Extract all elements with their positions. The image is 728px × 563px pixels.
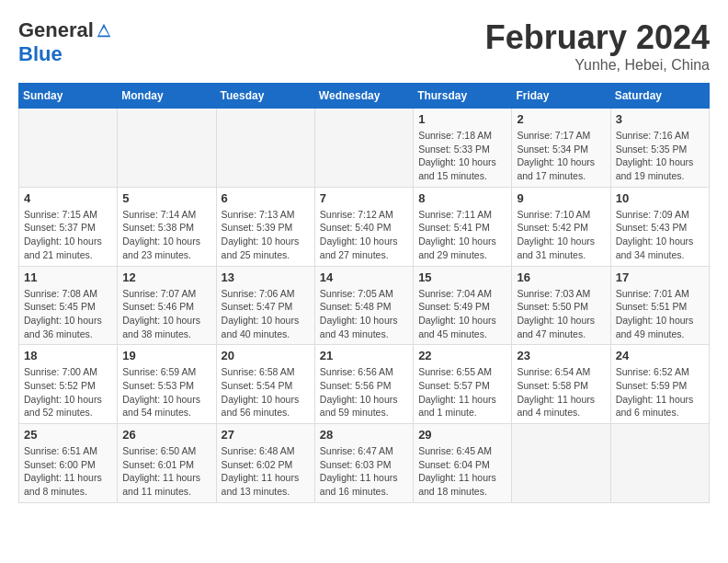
day-info: Sunrise: 6:48 AM Sunset: 6:02 PM Dayligh… [222, 444, 310, 499]
day-number: 1 [418, 112, 506, 126]
day-info: Sunrise: 6:56 AM Sunset: 5:56 PM Dayligh… [320, 365, 408, 419]
day-number: 24 [616, 349, 704, 362]
day-number: 8 [418, 191, 506, 205]
calendar-cell: 17Sunrise: 7:01 AM Sunset: 5:51 PM Dayli… [610, 266, 709, 345]
day-number: 29 [418, 428, 506, 442]
calendar-cell: 23Sunrise: 6:54 AM Sunset: 5:58 PM Dayli… [512, 345, 610, 424]
day-number: 5 [122, 191, 210, 205]
day-info: Sunrise: 6:55 AM Sunset: 5:57 PM Dayligh… [418, 365, 506, 419]
calendar-cell: 13Sunrise: 7:06 AM Sunset: 5:47 PM Dayli… [216, 266, 314, 345]
day-number: 7 [320, 191, 408, 205]
calendar-cell: 28Sunrise: 6:47 AM Sunset: 6:03 PM Dayli… [314, 424, 413, 503]
week-row-5: 25Sunrise: 6:51 AM Sunset: 6:00 PM Dayli… [19, 424, 710, 503]
calendar-cell: 8Sunrise: 7:11 AM Sunset: 5:41 PM Daylig… [414, 187, 512, 266]
calendar-cell [512, 424, 610, 503]
calendar-cell: 19Sunrise: 6:59 AM Sunset: 5:53 PM Dayli… [118, 345, 216, 424]
calendar-cell: 2Sunrise: 7:17 AM Sunset: 5:34 PM Daylig… [512, 109, 610, 188]
day-info: Sunrise: 6:47 AM Sunset: 6:03 PM Dayligh… [320, 444, 408, 499]
calendar-cell: 22Sunrise: 6:55 AM Sunset: 5:57 PM Dayli… [414, 345, 512, 424]
day-info: Sunrise: 7:00 AM Sunset: 5:52 PM Dayligh… [24, 365, 112, 419]
day-info: Sunrise: 7:08 AM Sunset: 5:45 PM Dayligh… [24, 287, 112, 341]
day-info: Sunrise: 6:52 AM Sunset: 5:59 PM Dayligh… [616, 365, 704, 419]
header-friday: Friday [512, 84, 610, 109]
calendar-cell [19, 109, 118, 188]
day-info: Sunrise: 6:58 AM Sunset: 5:54 PM Dayligh… [222, 365, 310, 419]
day-number: 16 [517, 270, 605, 284]
day-number: 14 [320, 270, 408, 284]
day-number: 25 [24, 428, 112, 442]
day-number: 2 [517, 112, 605, 126]
day-number: 19 [122, 349, 210, 362]
day-info: Sunrise: 6:54 AM Sunset: 5:58 PM Dayligh… [517, 365, 605, 419]
day-number: 28 [320, 428, 408, 442]
calendar-cell: 14Sunrise: 7:05 AM Sunset: 5:48 PM Dayli… [314, 266, 413, 345]
day-number: 9 [517, 191, 605, 205]
logo-text: General [18, 18, 112, 42]
header-saturday: Saturday [610, 84, 709, 109]
location: Yunhe, Hebei, China [485, 57, 710, 74]
day-info: Sunrise: 7:15 AM Sunset: 5:37 PM Dayligh… [24, 208, 112, 262]
calendar-cell: 6Sunrise: 7:13 AM Sunset: 5:39 PM Daylig… [216, 187, 314, 266]
day-number: 18 [24, 349, 112, 362]
day-number: 21 [320, 349, 408, 362]
day-info: Sunrise: 7:03 AM Sunset: 5:50 PM Dayligh… [517, 287, 605, 341]
day-number: 4 [24, 191, 112, 205]
day-number: 3 [616, 112, 704, 126]
day-info: Sunrise: 6:59 AM Sunset: 5:53 PM Dayligh… [122, 365, 210, 419]
day-info: Sunrise: 7:06 AM Sunset: 5:47 PM Dayligh… [222, 287, 310, 341]
day-info: Sunrise: 7:18 AM Sunset: 5:33 PM Dayligh… [418, 129, 506, 183]
calendar-cell: 29Sunrise: 6:45 AM Sunset: 6:04 PM Dayli… [414, 424, 512, 503]
day-info: Sunrise: 7:11 AM Sunset: 5:41 PM Dayligh… [418, 208, 506, 262]
day-number: 20 [222, 349, 310, 362]
calendar-cell: 18Sunrise: 7:00 AM Sunset: 5:52 PM Dayli… [19, 345, 118, 424]
logo-blue: Blue [18, 42, 63, 66]
calendar-cell: 21Sunrise: 6:56 AM Sunset: 5:56 PM Dayli… [314, 345, 413, 424]
week-row-2: 4Sunrise: 7:15 AM Sunset: 5:37 PM Daylig… [19, 187, 710, 266]
week-row-1: 1Sunrise: 7:18 AM Sunset: 5:33 PM Daylig… [19, 109, 710, 188]
day-info: Sunrise: 7:05 AM Sunset: 5:48 PM Dayligh… [320, 287, 408, 341]
day-number: 11 [24, 270, 112, 284]
day-number: 12 [122, 270, 210, 284]
day-info: Sunrise: 7:07 AM Sunset: 5:46 PM Dayligh… [122, 287, 210, 341]
day-info: Sunrise: 7:14 AM Sunset: 5:38 PM Dayligh… [122, 208, 210, 262]
calendar-cell: 27Sunrise: 6:48 AM Sunset: 6:02 PM Dayli… [216, 424, 314, 503]
day-info: Sunrise: 6:50 AM Sunset: 6:01 PM Dayligh… [122, 444, 210, 499]
calendar-cell [118, 109, 216, 188]
month-title: February 2024 [485, 18, 710, 57]
header-wednesday: Wednesday [314, 84, 413, 109]
calendar-cell [314, 109, 413, 188]
day-number: 15 [418, 270, 506, 284]
calendar-cell: 5Sunrise: 7:14 AM Sunset: 5:38 PM Daylig… [118, 187, 216, 266]
logo-icon [96, 22, 112, 39]
calendar-table: SundayMondayTuesdayWednesdayThursdayFrid… [18, 83, 710, 503]
day-info: Sunrise: 6:51 AM Sunset: 6:00 PM Dayligh… [24, 444, 112, 499]
day-info: Sunrise: 7:10 AM Sunset: 5:42 PM Dayligh… [517, 208, 605, 262]
calendar-cell: 4Sunrise: 7:15 AM Sunset: 5:37 PM Daylig… [19, 187, 118, 266]
day-info: Sunrise: 7:17 AM Sunset: 5:34 PM Dayligh… [517, 129, 605, 183]
calendar-cell: 10Sunrise: 7:09 AM Sunset: 5:43 PM Dayli… [610, 187, 709, 266]
day-info: Sunrise: 7:01 AM Sunset: 5:51 PM Dayligh… [616, 287, 704, 341]
calendar-cell: 3Sunrise: 7:16 AM Sunset: 5:35 PM Daylig… [610, 109, 709, 188]
day-info: Sunrise: 7:12 AM Sunset: 5:40 PM Dayligh… [320, 208, 408, 262]
week-row-3: 11Sunrise: 7:08 AM Sunset: 5:45 PM Dayli… [19, 266, 710, 345]
day-number: 26 [122, 428, 210, 442]
header-thursday: Thursday [414, 84, 512, 109]
calendar-cell: 1Sunrise: 7:18 AM Sunset: 5:33 PM Daylig… [414, 109, 512, 188]
calendar-cell: 16Sunrise: 7:03 AM Sunset: 5:50 PM Dayli… [512, 266, 610, 345]
calendar-cell: 20Sunrise: 6:58 AM Sunset: 5:54 PM Dayli… [216, 345, 314, 424]
calendar-cell: 11Sunrise: 7:08 AM Sunset: 5:45 PM Dayli… [19, 266, 118, 345]
logo: General Blue [18, 18, 112, 66]
day-info: Sunrise: 6:45 AM Sunset: 6:04 PM Dayligh… [418, 444, 506, 499]
header-tuesday: Tuesday [216, 84, 314, 109]
day-number: 23 [517, 349, 605, 362]
logo-general: General [18, 18, 94, 42]
calendar-cell [610, 424, 709, 503]
day-info: Sunrise: 7:16 AM Sunset: 5:35 PM Dayligh… [616, 129, 704, 183]
week-row-4: 18Sunrise: 7:00 AM Sunset: 5:52 PM Dayli… [19, 345, 710, 424]
day-number: 17 [616, 270, 704, 284]
title-block: February 2024 Yunhe, Hebei, China [485, 18, 710, 74]
calendar-cell: 9Sunrise: 7:10 AM Sunset: 5:42 PM Daylig… [512, 187, 610, 266]
calendar-cell [216, 109, 314, 188]
day-info: Sunrise: 7:09 AM Sunset: 5:43 PM Dayligh… [616, 208, 704, 262]
header-sunday: Sunday [19, 84, 118, 109]
